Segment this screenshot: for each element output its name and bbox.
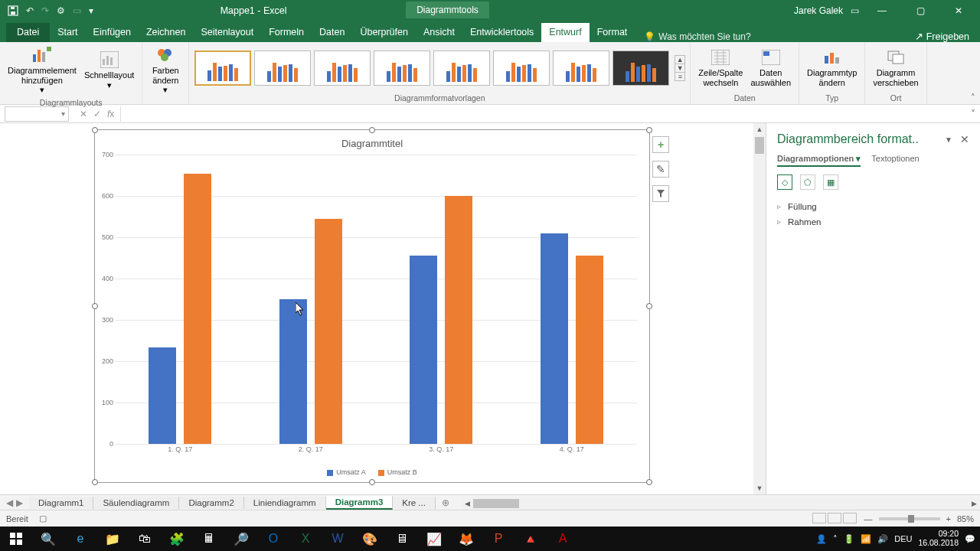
language-indicator[interactable]: DEU [894, 534, 912, 543]
move-chart-button[interactable]: Diagramm verschieben [870, 47, 921, 89]
cancel-formula-icon[interactable]: ✕ [80, 109, 87, 119]
redo-icon[interactable]: ↷ [41, 5, 49, 16]
change-chart-type-button[interactable]: Diagrammtyp ändern [804, 47, 860, 89]
scroll-left-icon[interactable]: ◀ [461, 497, 473, 510]
volume-icon[interactable]: 🔊 [877, 534, 888, 544]
bar-UmsatzA-0[interactable] [149, 347, 176, 444]
calculator-icon[interactable]: 🖩 [193, 527, 225, 551]
fx-icon[interactable]: fx [107, 109, 114, 119]
word-icon[interactable]: W [322, 527, 354, 551]
bar-UmsatzA-2[interactable] [410, 256, 437, 444]
chart-style-2[interactable] [254, 51, 311, 86]
sheet-tab[interactable]: Diagramm2 [179, 497, 243, 509]
view-buttons[interactable] [812, 513, 858, 525]
battery-icon[interactable]: 🔋 [844, 534, 854, 544]
chart-styles-button[interactable]: ✎ [652, 161, 669, 178]
chart-object[interactable]: + ✎ Diagrammtitel 0100200300400500600700… [94, 129, 650, 483]
acrobat-icon[interactable]: A [547, 527, 579, 551]
border-section[interactable]: Rahmen [777, 214, 969, 230]
effects-tab-icon[interactable]: ⬠ [800, 174, 815, 190]
powerpoint-icon[interactable]: P [482, 527, 514, 551]
chart-elements-button[interactable]: + [652, 136, 669, 153]
touch-mode-icon[interactable]: ▭ [73, 5, 81, 16]
plot-area[interactable]: 0100200300400500600700 1. Q. 172. Q. 173… [115, 155, 637, 444]
store-icon[interactable]: 🛍 [129, 527, 161, 551]
tell-me-search[interactable]: 💡Was möchten Sie tun? [644, 31, 750, 42]
sheet-nav-next-icon[interactable]: ▶ [16, 497, 23, 508]
tab-einfuegen[interactable]: Einfügen [86, 23, 139, 42]
app-icon[interactable]: 📈 [418, 527, 450, 551]
chart-style-5[interactable] [433, 51, 490, 86]
zoom-out-icon[interactable]: — [864, 514, 873, 523]
app-icon[interactable]: 🔎 [225, 527, 257, 551]
scroll-up-icon[interactable]: ▲ [753, 123, 766, 135]
tab-seitenlayout[interactable]: Seitenlayout [193, 23, 261, 42]
collapse-ribbon-icon[interactable]: ˄ [971, 93, 975, 103]
chart-style-1[interactable] [194, 51, 251, 86]
tab-daten[interactable]: Daten [312, 23, 352, 42]
search-icon[interactable]: 🔍 [32, 527, 64, 551]
chart-style-7[interactable] [553, 51, 609, 86]
zoom-in-icon[interactable]: + [946, 514, 951, 523]
tab-zeichnen[interactable]: Zeichnen [139, 23, 193, 42]
edge-icon[interactable]: e [64, 527, 96, 551]
wifi-icon[interactable]: 📶 [861, 534, 871, 544]
bar-UmsatzB-0[interactable] [184, 174, 211, 444]
vlc-icon[interactable]: 🔺 [514, 527, 547, 551]
scroll-down-icon[interactable]: ▼ [753, 482, 766, 494]
resize-handle[interactable] [646, 303, 652, 309]
outlook-icon[interactable]: O [257, 527, 289, 551]
close-button[interactable]: ✕ [943, 0, 974, 21]
tab-start[interactable]: Start [50, 23, 85, 42]
chart-filter-button[interactable] [652, 185, 669, 202]
people-icon[interactable]: 👤 [816, 534, 827, 544]
account-icon[interactable]: ▭ [851, 5, 859, 16]
resize-handle[interactable] [369, 127, 375, 133]
fill-line-tab-icon[interactable]: ◇ [777, 174, 792, 190]
scroll-thumb[interactable] [755, 137, 764, 154]
resize-handle[interactable] [369, 479, 375, 485]
action-center-icon[interactable]: 💬 [965, 534, 975, 544]
system-clock[interactable]: 09:20 16.08.2018 [918, 530, 959, 547]
add-sheet-icon[interactable]: ⊕ [436, 497, 456, 508]
minimize-button[interactable]: — [867, 0, 897, 21]
bar-UmsatzB-1[interactable] [315, 219, 342, 444]
sheet-tab[interactable]: Diagramm1 [29, 497, 93, 509]
size-props-tab-icon[interactable]: ▦ [823, 174, 838, 190]
horizontal-scrollbar[interactable]: ◀ ▶ [461, 497, 980, 510]
resize-handle[interactable] [92, 479, 98, 485]
sheet-area[interactable]: + ✎ Diagrammtitel 0100200300400500600700… [0, 123, 766, 494]
chart-styles-more[interactable]: ▲▼≡ [675, 55, 685, 81]
sheet-tab-active[interactable]: Diagramm3 [326, 496, 394, 510]
pane-tab-chart-options[interactable]: Diagrammoptionen ▾ [777, 154, 861, 167]
file-explorer-icon[interactable]: 📁 [96, 527, 129, 551]
chart-style-6[interactable] [493, 51, 550, 86]
tab-ansicht[interactable]: Ansicht [416, 23, 462, 42]
bar-UmsatzB-2[interactable] [445, 196, 472, 444]
tab-entwicklertools[interactable]: Entwicklertools [462, 23, 541, 42]
bar-UmsatzB-3[interactable] [576, 256, 603, 444]
tab-formeln[interactable]: Formeln [261, 23, 312, 42]
expand-formula-bar-icon[interactable]: ˅ [966, 109, 980, 119]
chart-style-3[interactable] [314, 51, 371, 86]
formula-input[interactable] [120, 106, 966, 122]
bar-UmsatzA-1[interactable] [279, 299, 307, 444]
enter-formula-icon[interactable]: ✓ [93, 109, 101, 119]
fill-section[interactable]: Füllung [777, 199, 969, 214]
excel-icon[interactable]: X [289, 527, 322, 551]
pane-dropdown-icon[interactable]: ▼ [945, 135, 952, 144]
scroll-right-icon[interactable]: ▶ [968, 497, 980, 510]
chart-style-8[interactable] [612, 51, 669, 86]
bar-UmsatzA-3[interactable] [541, 233, 568, 444]
select-data-button[interactable]: Daten auswählen [747, 47, 794, 89]
vertical-scrollbar[interactable]: ▲ ▼ [753, 123, 766, 494]
quick-layout-button[interactable]: Schnelllayout ▾ [81, 49, 137, 91]
change-colors-button[interactable]: Farben ändern ▾ [147, 44, 184, 96]
undo-icon[interactable]: ↶ [26, 5, 34, 16]
resize-handle[interactable] [92, 127, 98, 133]
add-chart-element-button[interactable]: Diagrammelement hinzufügen ▾ [5, 44, 80, 96]
scroll-thumb[interactable] [473, 499, 519, 508]
resize-handle[interactable] [92, 303, 98, 309]
qat-dropdown-icon[interactable]: ▾ [89, 5, 93, 16]
close-pane-icon[interactable]: ✕ [960, 133, 969, 145]
